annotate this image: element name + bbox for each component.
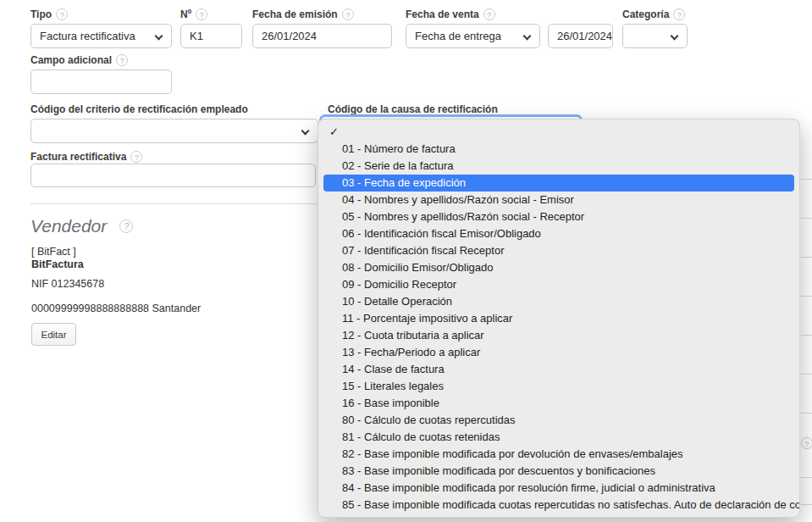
- dropdown-option[interactable]: 05 - Nombres y apellidos/Razón social - …: [318, 208, 799, 225]
- dropdown-option[interactable]: 07 - Identificación fiscal Receptor: [318, 242, 799, 259]
- dropdown-option[interactable]: 01 - Número de factura: [318, 141, 799, 158]
- factura-rectificativa-label-text: Factura rectificativa: [30, 151, 126, 163]
- causa-label-text: Código de la causa de rectificación: [328, 103, 498, 115]
- causa-dropdown-options: ✓01 - Número de factura02 - Serie de la …: [318, 124, 799, 514]
- criterio-select[interactable]: [30, 119, 318, 143]
- fecha-venta-label: Fecha de venta ?: [406, 8, 495, 20]
- vendedor-heading-text: Vendedor: [30, 216, 107, 236]
- background-field-edge: [801, 504, 812, 505]
- background-field-edge: [801, 477, 812, 478]
- factura-rectificativa-label: Factura rectificativa ?: [30, 151, 142, 163]
- fecha-venta-label-text: Fecha de venta: [406, 8, 479, 20]
- dropdown-option[interactable]: 83 - Base imponible modificada por descu…: [318, 463, 799, 480]
- background-field-edge: [801, 296, 812, 297]
- background-field-edge: [801, 335, 812, 336]
- numero-input-value: K1: [190, 30, 203, 42]
- vendedor-bank-account: 00009999998888888888 Santander: [31, 303, 201, 314]
- dropdown-option[interactable]: 06 - Identificación fiscal Emisor/Obliga…: [318, 225, 799, 242]
- categoria-select[interactable]: [622, 24, 688, 48]
- background-field-edge: [801, 257, 812, 258]
- help-icon[interactable]: ?: [119, 219, 133, 233]
- editar-button[interactable]: Editar: [31, 323, 76, 346]
- categoria-label: Categoría ?: [622, 8, 685, 20]
- help-icon[interactable]: ?: [801, 437, 812, 449]
- campo-adicional-input[interactable]: [30, 69, 172, 94]
- help-icon[interactable]: ?: [56, 8, 68, 20]
- background-field-edge: [801, 179, 812, 180]
- help-icon[interactable]: ?: [130, 151, 142, 163]
- vendedor-heading: Vendedor ?: [30, 216, 133, 236]
- help-icon[interactable]: ?: [342, 8, 354, 20]
- help-icon[interactable]: ?: [196, 8, 207, 20]
- chevron-down-icon: [155, 32, 163, 41]
- invoice-form-page: Tipo ? Nº ? Fecha de emisión ? Fecha de …: [0, 0, 812, 522]
- fecha-emision-input-value: 26/01/2024: [262, 30, 317, 42]
- tipo-select-value: Factura rectificativa: [40, 30, 135, 42]
- dropdown-option[interactable]: 82 - Base imponible modificada por devol…: [318, 446, 799, 463]
- factura-rectificativa-input[interactable]: [30, 164, 316, 187]
- dropdown-option[interactable]: 15 - Literales legales: [318, 378, 799, 395]
- background-field-edge: [801, 413, 812, 414]
- background-field-edge: [801, 374, 812, 375]
- help-icon[interactable]: ?: [116, 54, 128, 66]
- dropdown-option[interactable]: 81 - Cálculo de cuotas retenidas: [318, 429, 799, 446]
- dropdown-option[interactable]: 12 - Cuota tributaria a aplicar: [318, 327, 799, 344]
- dropdown-option[interactable]: 03 - Fecha de expedición: [323, 175, 794, 192]
- background-field-edge: [801, 218, 812, 219]
- dropdown-option[interactable]: 09 - Domicilio Receptor: [318, 276, 799, 293]
- numero-label-text: Nº: [180, 8, 191, 20]
- tipo-label: Tipo ?: [30, 8, 68, 20]
- tipo-label-text: Tipo: [30, 8, 52, 20]
- causa-dropdown-menu: ✓01 - Número de factura02 - Serie de la …: [318, 119, 800, 518]
- dropdown-option[interactable]: 04 - Nombres y apellidos/Razón social - …: [318, 192, 799, 208]
- chevron-down-icon: [301, 127, 310, 136]
- dropdown-option[interactable]: 10 - Detalle Operación: [318, 293, 799, 310]
- fecha-emision-label: Fecha de emisión ?: [252, 8, 354, 20]
- dropdown-option[interactable]: 11 - Porcentaje impositivo a aplicar: [318, 310, 799, 327]
- categoria-label-text: Categoría: [622, 8, 669, 20]
- campo-adicional-label: Campo adicional ?: [30, 54, 128, 66]
- fecha-emision-input[interactable]: 26/01/2024: [252, 24, 392, 48]
- fecha-venta-select[interactable]: Fecha de entrega: [406, 24, 540, 48]
- fecha-venta-date-value: 26/01/2024: [557, 30, 612, 42]
- dropdown-option[interactable]: ✓: [318, 124, 799, 141]
- criterio-label-text: Código del criterio de rectificación emp…: [30, 103, 248, 115]
- help-icon[interactable]: ?: [483, 8, 495, 20]
- numero-label: Nº ?: [180, 8, 207, 20]
- fecha-emision-label-text: Fecha de emisión: [252, 8, 338, 20]
- tipo-select[interactable]: Factura rectificativa: [30, 24, 172, 48]
- dropdown-option[interactable]: 80 - Cálculo de cuotas repercutidas: [318, 412, 799, 429]
- vendedor-code: [ BitFact ]: [31, 246, 76, 258]
- fecha-venta-select-value: Fecha de entrega: [415, 30, 501, 42]
- vendedor-name: BitFactura: [31, 258, 84, 270]
- criterio-label: Código del criterio de rectificación emp…: [30, 103, 248, 115]
- check-icon: ✓: [329, 125, 339, 138]
- dropdown-option[interactable]: 16 - Base imponible: [318, 395, 799, 412]
- numero-input[interactable]: K1: [180, 24, 242, 48]
- chevron-down-icon: [671, 32, 679, 41]
- fecha-venta-date-input[interactable]: 26/01/2024: [548, 24, 613, 48]
- help-icon[interactable]: ?: [673, 8, 685, 20]
- dropdown-option[interactable]: 02 - Serie de la factura: [318, 158, 799, 175]
- vendedor-nif: NIF 012345678: [31, 278, 104, 290]
- causa-label: Código de la causa de rectificación: [328, 103, 498, 115]
- dropdown-option[interactable]: 14 - Clase de factura: [318, 361, 799, 378]
- dropdown-option[interactable]: 84 - Base imponible modificada por resol…: [318, 480, 799, 497]
- dropdown-option[interactable]: 08 - Domicilio Emisor/Obligado: [318, 259, 799, 276]
- dropdown-option[interactable]: 13 - Fecha/Periodo a aplicar: [318, 344, 799, 361]
- dropdown-option[interactable]: 85 - Base imponible modificada cuotas re…: [318, 497, 799, 514]
- campo-adicional-label-text: Campo adicional: [30, 54, 112, 66]
- chevron-down-icon: [523, 32, 532, 41]
